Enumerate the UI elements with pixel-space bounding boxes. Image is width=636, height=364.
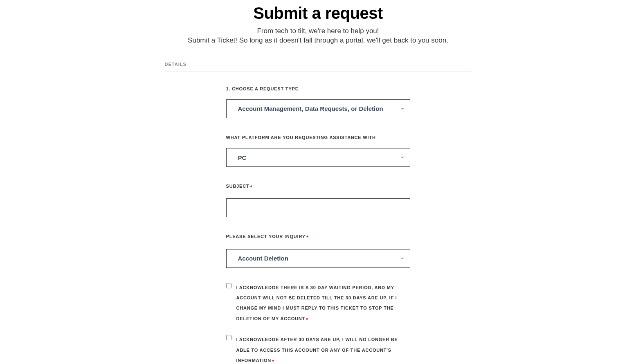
inquiry-value: Account Deletion <box>238 255 288 262</box>
form-area: 1. CHOOSE A REQUEST TYPE Account Managem… <box>226 84 410 364</box>
required-mark: * <box>306 234 309 240</box>
platform-value: PC <box>238 154 247 161</box>
request-type-label: 1. CHOOSE A REQUEST TYPE <box>226 84 410 94</box>
subtitle-line-1: From tech to tilt, we're here to help yo… <box>0 27 636 36</box>
field-request-type: 1. CHOOSE A REQUEST TYPE Account Managem… <box>226 84 410 118</box>
inquiry-select[interactable]: Account Deletion <box>226 249 410 268</box>
field-subject: SUBJECT* <box>226 182 410 217</box>
required-mark: * <box>250 184 252 190</box>
chevron-down-icon <box>401 108 404 110</box>
ack-label-1: I ACKNOWLEDGE THERE IS A 30 DAY WAITING … <box>236 283 410 326</box>
ack-label-2: I ACKNOWLEDGE AFTER 30 DAYS ARE UP, I WI… <box>236 335 410 364</box>
inquiry-label-text: PLEASE SELECT YOUR INQUIRY <box>226 234 306 239</box>
field-inquiry: PLEASE SELECT YOUR INQUIRY* Account Dele… <box>226 232 410 267</box>
subject-label: SUBJECT* <box>226 182 410 193</box>
page-header: Submit a request From tech to tilt, we'r… <box>0 4 636 45</box>
request-type-select[interactable]: Account Management, Data Requests, or De… <box>226 99 410 118</box>
ack-text-1: I ACKNOWLEDGE THERE IS A 30 DAY WAITING … <box>236 285 397 321</box>
ack-text-2: I ACKNOWLEDGE AFTER 30 DAYS ARE UP, I WI… <box>236 337 398 363</box>
subtitle-line-2: Submit a Ticket! So long as it doesn't f… <box>0 36 636 45</box>
details-label: DETAILS <box>165 62 472 72</box>
field-platform: WHAT PLATFORM ARE YOU REQUESTING ASSISTA… <box>226 133 410 167</box>
ack-checkbox-1[interactable] <box>226 283 231 288</box>
required-mark: * <box>306 317 308 323</box>
subject-label-text: SUBJECT <box>226 184 249 189</box>
platform-select[interactable]: PC <box>226 148 410 167</box>
chevron-down-icon <box>401 157 404 158</box>
ack-checkbox-2[interactable] <box>226 335 231 340</box>
ack-row-1: I ACKNOWLEDGE THERE IS A 30 DAY WAITING … <box>226 283 410 326</box>
inquiry-label: PLEASE SELECT YOUR INQUIRY* <box>226 232 410 243</box>
page-title: Submit a request <box>0 4 636 22</box>
request-type-value: Account Management, Data Requests, or De… <box>238 105 383 112</box>
platform-label: WHAT PLATFORM ARE YOU REQUESTING ASSISTA… <box>226 133 410 142</box>
details-section: DETAILS 1. CHOOSE A REQUEST TYPE Account… <box>165 62 472 364</box>
ack-row-2: I ACKNOWLEDGE AFTER 30 DAYS ARE UP, I WI… <box>226 335 410 364</box>
chevron-down-icon <box>401 258 404 259</box>
subject-input[interactable] <box>226 198 410 217</box>
page-container: Submit a request From tech to tilt, we'r… <box>0 0 636 364</box>
required-mark: * <box>272 358 274 364</box>
page-subtitle: From tech to tilt, we're here to help yo… <box>0 27 636 45</box>
